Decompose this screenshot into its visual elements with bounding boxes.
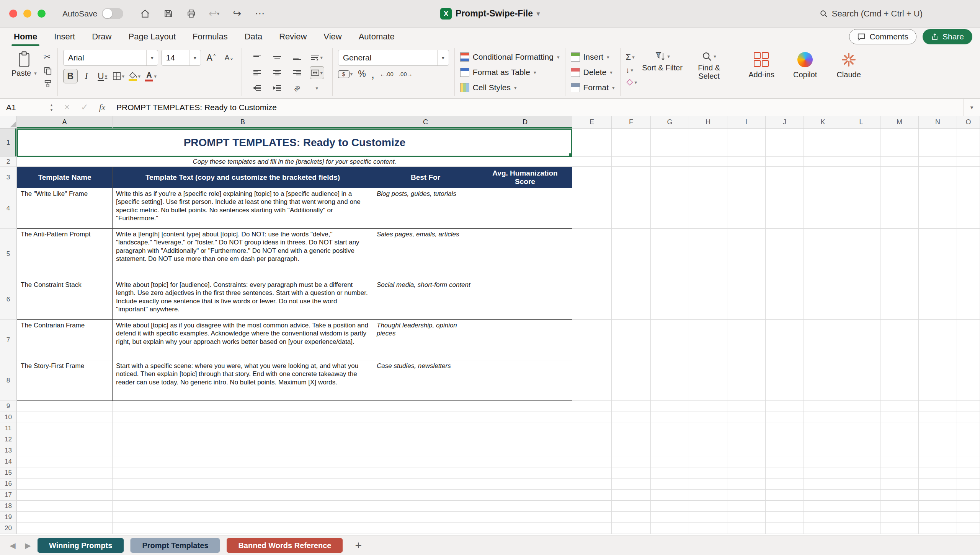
cell-O8[interactable] <box>957 360 980 401</box>
cell-A16[interactable] <box>17 479 113 490</box>
cell-O16[interactable] <box>957 479 980 490</box>
cell-F3[interactable] <box>612 167 651 188</box>
cell-O20[interactable] <box>957 523 980 534</box>
cell-K2[interactable] <box>804 157 842 167</box>
cell-H13[interactable] <box>689 445 727 456</box>
cell-B10[interactable] <box>113 412 373 423</box>
cell-N14[interactable] <box>919 456 957 467</box>
cell-A14[interactable] <box>17 456 113 467</box>
cell-K7[interactable] <box>804 320 842 360</box>
decrease-decimal-icon[interactable]: .00→ <box>399 71 413 77</box>
cell-J10[interactable] <box>766 412 804 423</box>
cell-A13[interactable] <box>17 445 113 456</box>
row-header-20[interactable]: 20 <box>0 523 17 534</box>
comma-icon[interactable]: , <box>371 71 374 78</box>
row-header-12[interactable]: 12 <box>0 434 17 445</box>
cell-F10[interactable] <box>612 412 651 423</box>
cell-D5[interactable] <box>478 229 572 279</box>
cell-I13[interactable] <box>727 445 766 456</box>
row-header-17[interactable]: 17 <box>0 490 17 501</box>
cell-N15[interactable] <box>919 467 957 479</box>
decrease-indent-icon[interactable] <box>253 85 261 91</box>
cell-C11[interactable] <box>373 423 478 434</box>
cell-B11[interactable] <box>113 423 373 434</box>
cell-L18[interactable] <box>842 501 880 512</box>
column-header-O[interactable]: O <box>957 116 980 129</box>
cell-L3[interactable] <box>842 167 880 188</box>
cell-A5[interactable]: The Anti-Pattern Prompt <box>17 229 113 279</box>
percent-icon[interactable]: % <box>358 69 366 79</box>
save-icon[interactable] <box>162 7 175 20</box>
select-all-corner[interactable] <box>0 116 17 129</box>
wrap-text-icon[interactable] <box>311 54 319 60</box>
cell-J11[interactable] <box>766 423 804 434</box>
cell-K10[interactable] <box>804 412 842 423</box>
cell-B3[interactable]: Template Text (copy and customize the br… <box>113 167 373 188</box>
name-box-stepper[interactable]: ▴▾ <box>45 99 58 116</box>
cell-J18[interactable] <box>766 501 804 512</box>
cell-O13[interactable] <box>957 445 980 456</box>
cell-F18[interactable] <box>612 501 651 512</box>
comments-button[interactable]: Comments <box>849 29 916 44</box>
cell-N7[interactable] <box>919 320 957 360</box>
cell-C12[interactable] <box>373 434 478 445</box>
cell-C20[interactable] <box>373 523 478 534</box>
cell-F6[interactable] <box>612 279 651 320</box>
cell-E13[interactable] <box>572 445 612 456</box>
cell-K20[interactable] <box>804 523 842 534</box>
cell-F15[interactable] <box>612 467 651 479</box>
cell-K8[interactable] <box>804 360 842 401</box>
cell-A3[interactable]: Template Name <box>17 167 113 188</box>
cell-I15[interactable] <box>727 467 766 479</box>
cell-N2[interactable] <box>919 157 957 167</box>
cell-O19[interactable] <box>957 512 980 523</box>
cell-M16[interactable] <box>880 479 919 490</box>
cell-I3[interactable] <box>727 167 766 188</box>
cell-I7[interactable] <box>727 320 766 360</box>
cell-L9[interactable] <box>842 401 880 412</box>
tab-view[interactable]: View <box>323 28 341 46</box>
font-name-select[interactable]: Arial ▾ <box>63 50 158 66</box>
print-icon[interactable] <box>185 7 198 20</box>
column-header-K[interactable]: K <box>804 116 842 129</box>
cell-H12[interactable] <box>689 434 727 445</box>
cell-L8[interactable] <box>842 360 880 401</box>
row-header-14[interactable]: 14 <box>0 456 17 467</box>
autosum-button[interactable]: Σ ▾ <box>626 52 637 62</box>
accounting-format-button[interactable]: $ ▾ <box>338 70 353 78</box>
cell-F17[interactable] <box>612 490 651 501</box>
fx-icon[interactable]: fx <box>93 103 111 112</box>
cell-C9[interactable] <box>373 401 478 412</box>
cell-A7[interactable]: The Contrarian Frame <box>17 320 113 360</box>
cell-B7[interactable]: Write about [topic] as if you disagree w… <box>113 320 373 360</box>
borders-button[interactable]: ▾ <box>111 69 126 83</box>
cell-H7[interactable] <box>689 320 727 360</box>
cell-O15[interactable] <box>957 467 980 479</box>
cell-I6[interactable] <box>727 279 766 320</box>
cell-N12[interactable] <box>919 434 957 445</box>
cell-B12[interactable] <box>113 434 373 445</box>
cell-C4[interactable]: Blog posts, guides, tutorials <box>373 188 478 229</box>
cell-E4[interactable] <box>572 188 612 229</box>
cut-icon[interactable]: ✂ <box>44 52 52 62</box>
cell-O12[interactable] <box>957 434 980 445</box>
cell-E15[interactable] <box>572 467 612 479</box>
cell-J3[interactable] <box>766 167 804 188</box>
cell-H8[interactable] <box>689 360 727 401</box>
decrease-font-icon[interactable]: A˅ <box>222 50 236 65</box>
cell-M6[interactable] <box>880 279 919 320</box>
name-box[interactable]: A1 <box>0 99 45 116</box>
cell-I19[interactable] <box>727 512 766 523</box>
cell-E10[interactable] <box>572 412 612 423</box>
cell-N16[interactable] <box>919 479 957 490</box>
cell-A1-merged[interactable]: PROMPT TEMPLATES: Ready to Customize <box>17 129 572 157</box>
paste-button[interactable]: Paste▾ <box>8 50 40 79</box>
row-header-6[interactable]: 6 <box>0 279 17 320</box>
cell-D16[interactable] <box>478 479 572 490</box>
sheet-nav-right-icon[interactable]: ▶ <box>22 541 34 550</box>
fill-button[interactable]: ↓ ▾ <box>626 66 637 75</box>
cell-J17[interactable] <box>766 490 804 501</box>
row-header-7[interactable]: 7 <box>0 320 17 360</box>
cell-H20[interactable] <box>689 523 727 534</box>
cell-E17[interactable] <box>572 490 612 501</box>
